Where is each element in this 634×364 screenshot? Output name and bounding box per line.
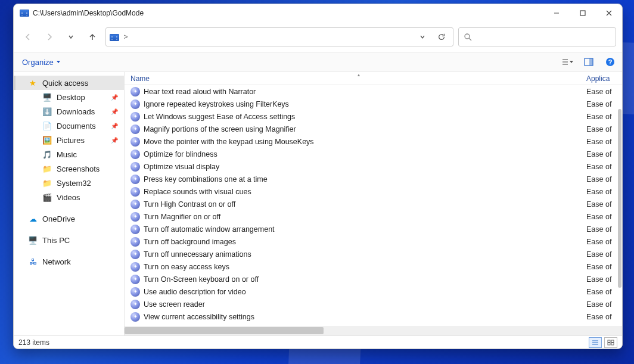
list-item[interactable]: ✦Turn On-Screen keyboard on or offEase o… xyxy=(125,273,622,285)
item-name: Move the pointer with the keypad using M… xyxy=(144,138,586,146)
item-name: Turn On-Screen keyboard on or off xyxy=(144,275,586,284)
sidebar-item[interactable]: 🎵Music xyxy=(14,147,124,161)
forward-button[interactable] xyxy=(41,29,58,45)
list-item[interactable]: ✦Use screen readerEase of xyxy=(125,298,622,310)
search-input[interactable] xyxy=(458,27,616,46)
breadcrumb-separator[interactable]: > xyxy=(123,33,129,41)
address-icon: ⋮⋮ xyxy=(110,33,119,42)
list-item[interactable]: ✦Press key combinations one at a timeEas… xyxy=(125,173,622,185)
sidebar-this-pc[interactable]: 🖥️ This PC xyxy=(14,233,124,247)
titlebar: ⋮⋮ C:\Users\admin\Desktop\GodMode xyxy=(14,4,622,22)
item-name: Let Windows suggest Ease of Access setti… xyxy=(144,113,586,121)
minimize-button[interactable] xyxy=(543,4,570,22)
sidebar-quick-access[interactable]: ★ Quick access xyxy=(14,76,124,90)
view-details-button[interactable] xyxy=(589,337,602,348)
list-item[interactable]: ✦Optimize visual displayEase of xyxy=(125,160,622,173)
sidebar-item[interactable]: 🎬Videos xyxy=(14,190,124,204)
list-item[interactable]: ✦Turn Magnifier on or offEase of xyxy=(125,210,622,223)
column-header-name[interactable]: Name ▴ xyxy=(130,74,586,83)
folder-icon: 📄 xyxy=(42,121,52,130)
item-name: Turn off unnecessary animations xyxy=(144,250,586,259)
list-item[interactable]: ✦Hear text read aloud with NarratorEase … xyxy=(125,85,622,98)
list-item[interactable]: ✦Move the pointer with the keypad using … xyxy=(125,135,622,148)
up-button[interactable] xyxy=(84,29,101,45)
layout-options-button[interactable] xyxy=(561,56,573,68)
sidebar-onedrive[interactable]: ☁ OneDrive xyxy=(14,211,124,226)
item-name: Turn on easy access keys xyxy=(144,263,586,271)
folder-icon: 🎬 xyxy=(42,192,52,202)
sidebar-item-label: System32 xyxy=(57,179,91,188)
item-name: Turn Magnifier on or off xyxy=(144,213,586,221)
recent-locations-button[interactable] xyxy=(63,29,79,45)
close-button[interactable] xyxy=(596,4,622,22)
control-panel-item-icon: ✦ xyxy=(130,125,140,134)
window-title: C:\Users\admin\Desktop\GodMode xyxy=(33,9,144,17)
list-item[interactable]: ✦Optimize for blindnessEase of xyxy=(125,148,622,160)
sidebar-item[interactable]: 📄Documents📌 xyxy=(14,119,124,133)
list-item[interactable]: ✦Turn off unnecessary animationsEase of xyxy=(125,248,622,260)
explorer-window: ⋮⋮ C:\Users\admin\Desktop\GodMode ⋮⋮ > xyxy=(13,4,623,349)
list-item[interactable]: ✦Turn High Contrast on or offEase of xyxy=(125,198,622,210)
sidebar-item[interactable]: 🖼️Pictures📌 xyxy=(14,133,124,147)
svg-rect-18 xyxy=(608,343,610,345)
horizontal-scrollbar[interactable] xyxy=(125,326,622,335)
search-icon xyxy=(464,33,472,41)
item-name: Use audio description for video xyxy=(144,288,586,296)
svg-rect-1 xyxy=(580,11,585,15)
list-item[interactable]: ✦Let Windows suggest Ease of Access sett… xyxy=(125,110,622,123)
control-panel-item-icon: ✦ xyxy=(130,250,140,259)
sidebar-item[interactable]: ⬇️Downloads📌 xyxy=(14,104,124,119)
back-button[interactable] xyxy=(20,29,36,45)
folder-icon: ⬇️ xyxy=(42,107,52,116)
file-list[interactable]: ✦Hear text read aloud with NarratorEase … xyxy=(125,85,622,335)
item-name: Use screen reader xyxy=(144,300,586,309)
svg-rect-17 xyxy=(611,340,614,343)
navigation-pane[interactable]: ★ Quick access 🖥️Desktop📌⬇️Downloads📌📄Do… xyxy=(14,72,125,335)
control-panel-item-icon: ✦ xyxy=(130,187,140,197)
list-item[interactable]: ✦Turn off automatic window arrangementEa… xyxy=(125,223,622,235)
item-name: Optimize visual display xyxy=(144,163,586,171)
sidebar-network[interactable]: 🖧 Network xyxy=(14,254,124,269)
list-item[interactable]: ✦Replace sounds with visual cuesEase of xyxy=(125,185,622,198)
maximize-button[interactable] xyxy=(570,4,596,22)
sidebar-item-label: Screenshots xyxy=(57,164,100,173)
list-item[interactable]: ✦Use audio description for videoEase of xyxy=(125,285,622,298)
item-name: Turn High Contrast on or off xyxy=(144,200,586,209)
network-icon: 🖧 xyxy=(28,257,38,266)
item-name: Optimize for blindness xyxy=(144,150,586,158)
sidebar-label: Network xyxy=(42,257,71,266)
list-item[interactable]: ✦Magnify portions of the screen using Ma… xyxy=(125,123,622,135)
sidebar-item[interactable]: 📁Screenshots xyxy=(14,161,124,176)
horizontal-scroll-thumb[interactable] xyxy=(125,327,324,334)
help-button[interactable]: ? xyxy=(604,56,616,68)
pin-icon: 📌 xyxy=(111,94,118,101)
address-dropdown-button[interactable] xyxy=(415,29,430,45)
this-pc-icon: 🖥️ xyxy=(28,235,38,245)
column-header-application[interactable]: Applica xyxy=(586,74,622,83)
content-pane: Name ▴ Applica ✦Hear text read aloud wit… xyxy=(125,72,622,335)
refresh-button[interactable] xyxy=(434,29,449,45)
svg-rect-19 xyxy=(611,343,614,345)
preview-pane-button[interactable] xyxy=(583,56,595,68)
svg-line-5 xyxy=(469,38,471,41)
address-bar[interactable]: ⋮⋮ > xyxy=(105,27,453,46)
control-panel-item-icon: ✦ xyxy=(130,225,140,234)
list-item[interactable]: ✦Ignore repeated keystrokes using Filter… xyxy=(125,98,622,110)
control-panel-item-icon: ✦ xyxy=(130,200,140,209)
organize-menu[interactable]: Organize xyxy=(22,58,61,67)
vertical-scrollbar[interactable] xyxy=(616,85,622,326)
sort-indicator-icon: ▴ xyxy=(358,72,360,77)
control-panel-item-icon: ✦ xyxy=(130,162,140,172)
view-large-icons-button[interactable] xyxy=(604,337,617,348)
list-item[interactable]: ✦View current accessibility settingsEase… xyxy=(125,310,622,323)
pin-icon: 📌 xyxy=(111,123,118,129)
vertical-scroll-thumb[interactable] xyxy=(618,109,621,288)
sidebar-item-label: Pictures xyxy=(57,136,85,145)
column-headers[interactable]: Name ▴ Applica xyxy=(125,72,622,85)
list-item[interactable]: ✦Turn off background imagesEase of xyxy=(125,235,622,248)
sidebar-item[interactable]: 🖥️Desktop📌 xyxy=(14,90,124,104)
sidebar-item[interactable]: 📁System32 xyxy=(14,176,124,190)
list-item[interactable]: ✦Turn on easy access keysEase of xyxy=(125,260,622,273)
sidebar-label: Quick access xyxy=(42,79,88,88)
control-panel-item-icon: ✦ xyxy=(130,175,140,184)
